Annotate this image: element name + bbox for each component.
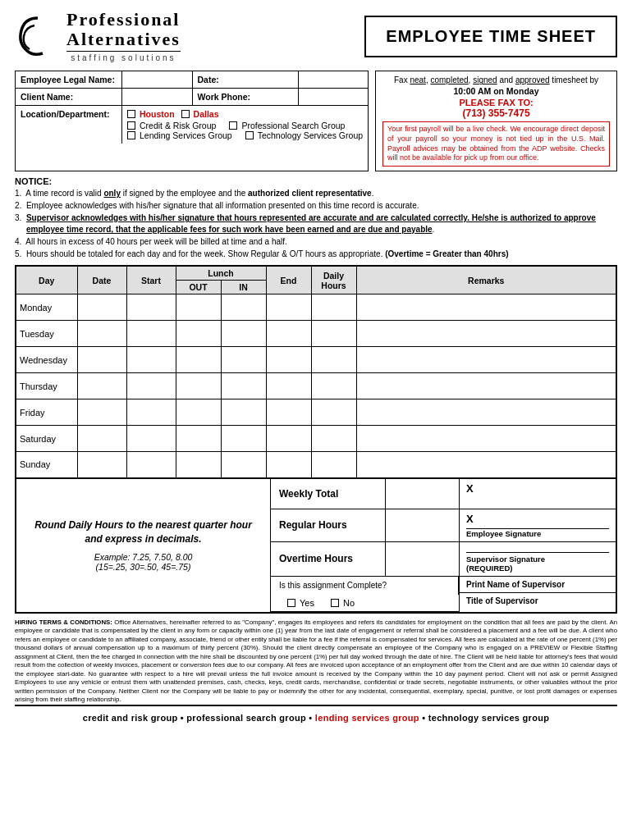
remarks-wednesday[interactable] xyxy=(356,347,616,373)
bottom-left: Round Daily Hours to the nearest quarter… xyxy=(16,479,271,612)
footer-credit: credit and risk group xyxy=(83,713,178,723)
hiring-text: Office Alternatives, hereinafter referre… xyxy=(15,619,617,704)
start-wednesday[interactable] xyxy=(126,347,176,373)
remarks-thursday[interactable] xyxy=(356,373,616,399)
start-saturday[interactable] xyxy=(126,426,176,452)
lunch-out-saturday[interactable] xyxy=(176,426,221,452)
start-monday[interactable] xyxy=(126,294,176,321)
logo-icon xyxy=(15,14,60,59)
daily-friday[interactable] xyxy=(311,399,356,426)
date-friday[interactable] xyxy=(77,399,126,426)
supervisor-info: Print Name of Supervisor Title of Superv… xyxy=(460,577,616,612)
weekly-total-value[interactable] xyxy=(386,479,460,509)
no-option: No xyxy=(331,598,355,608)
fax-box: Fax neat, completed, signed and approved… xyxy=(375,71,617,171)
houston-checkbox[interactable] xyxy=(127,110,135,118)
weekly-total-label: Weekly Total xyxy=(271,479,386,509)
title-sup-label: Title of Supervisor xyxy=(460,593,616,609)
client-input[interactable] xyxy=(127,92,187,102)
dallas-checkbox[interactable] xyxy=(181,110,190,118)
daily-monday[interactable] xyxy=(311,294,356,321)
daily-tuesday[interactable] xyxy=(311,321,356,347)
day-sunday: Sunday xyxy=(16,452,77,478)
time-table: Day Date Start Lunch End Daily Hours Rem… xyxy=(15,265,617,479)
remarks-sunday[interactable] xyxy=(356,452,616,478)
end-saturday[interactable] xyxy=(266,426,311,452)
employee-input[interactable] xyxy=(127,75,187,84)
emp-sig-label: Employee Signature xyxy=(466,529,609,538)
lending-checkbox[interactable] xyxy=(127,131,135,139)
weekly-total-row: Weekly Total X xyxy=(271,479,616,509)
start-tuesday[interactable] xyxy=(126,321,176,347)
lunch-in-monday[interactable] xyxy=(221,294,266,321)
daily-wednesday[interactable] xyxy=(311,347,356,373)
tech-group: Technology Services Group xyxy=(245,130,363,140)
col-date: Date xyxy=(77,266,126,294)
lunch-in-tuesday[interactable] xyxy=(221,321,266,347)
no-checkbox[interactable] xyxy=(331,599,339,607)
workphone-input[interactable] xyxy=(304,92,364,102)
day-tuesday: Tuesday xyxy=(16,321,77,347)
lunch-in-sunday[interactable] xyxy=(221,452,266,478)
end-tuesday[interactable] xyxy=(266,321,311,347)
lunch-in-saturday[interactable] xyxy=(221,426,266,452)
daily-saturday[interactable] xyxy=(311,426,356,452)
lunch-in-thursday[interactable] xyxy=(221,373,266,399)
date-tuesday[interactable] xyxy=(77,321,126,347)
col-remarks: Remarks xyxy=(356,266,616,294)
col-end: End xyxy=(266,266,311,294)
lunch-out-sunday[interactable] xyxy=(176,452,221,478)
col-lunch-in: IN xyxy=(221,281,266,294)
employee-row: Employee Legal Name: Date: xyxy=(16,71,368,89)
start-friday[interactable] xyxy=(126,399,176,426)
lunch-in-friday[interactable] xyxy=(221,399,266,426)
day-monday: Monday xyxy=(16,294,77,321)
lunch-out-friday[interactable] xyxy=(176,399,221,426)
end-thursday[interactable] xyxy=(266,373,311,399)
logo-sub: staffing solutions xyxy=(66,51,181,62)
houston-option: Houston xyxy=(127,109,175,119)
date-thursday[interactable] xyxy=(77,373,126,399)
table-row: Friday xyxy=(16,399,616,426)
remarks-saturday[interactable] xyxy=(356,426,616,452)
remarks-tuesday[interactable] xyxy=(356,321,616,347)
daily-thursday[interactable] xyxy=(311,373,356,399)
end-monday[interactable] xyxy=(266,294,311,321)
end-friday[interactable] xyxy=(266,399,311,426)
date-wednesday[interactable] xyxy=(77,347,126,373)
date-sunday[interactable] xyxy=(77,452,126,478)
tech-checkbox[interactable] xyxy=(245,131,254,139)
start-thursday[interactable] xyxy=(126,373,176,399)
table-row: Saturday xyxy=(16,426,616,452)
location-label-col: Location/Department: xyxy=(16,106,122,144)
hiring-terms: HIRING TERMS & CONDITIONS: Office Altern… xyxy=(15,619,617,705)
date-input[interactable] xyxy=(304,75,364,84)
start-sunday[interactable] xyxy=(126,452,176,478)
end-sunday[interactable] xyxy=(266,452,311,478)
yes-checkbox[interactable] xyxy=(287,599,295,607)
footer-lending: lending services group xyxy=(315,713,419,723)
end-wednesday[interactable] xyxy=(266,347,311,373)
remarks-monday[interactable] xyxy=(356,294,616,321)
dallas-option: Dallas xyxy=(181,109,219,119)
daily-sunday[interactable] xyxy=(311,452,356,478)
day-saturday: Saturday xyxy=(16,426,77,452)
overtime-hours-value[interactable] xyxy=(386,542,460,576)
lunch-out-tuesday[interactable] xyxy=(176,321,221,347)
credit-group: Credit & Risk Group xyxy=(127,121,216,130)
remarks-friday[interactable] xyxy=(356,399,616,426)
group-row-1: Credit & Risk Group Professional Search … xyxy=(127,121,363,130)
date-saturday[interactable] xyxy=(77,426,126,452)
date-monday[interactable] xyxy=(77,294,126,321)
workphone-value xyxy=(299,89,369,105)
lunch-out-monday[interactable] xyxy=(176,294,221,321)
pro-search-checkbox[interactable] xyxy=(229,121,237,130)
lunch-out-wednesday[interactable] xyxy=(176,347,221,373)
client-row: Client Name: Work Phone: xyxy=(16,89,368,106)
lunch-in-wednesday[interactable] xyxy=(221,347,266,373)
footer-sep-2: • xyxy=(309,713,315,723)
regular-hours-value[interactable] xyxy=(386,509,460,541)
lunch-out-thursday[interactable] xyxy=(176,373,221,399)
credit-checkbox[interactable] xyxy=(127,121,135,130)
city-options: Houston Dallas xyxy=(127,109,363,119)
